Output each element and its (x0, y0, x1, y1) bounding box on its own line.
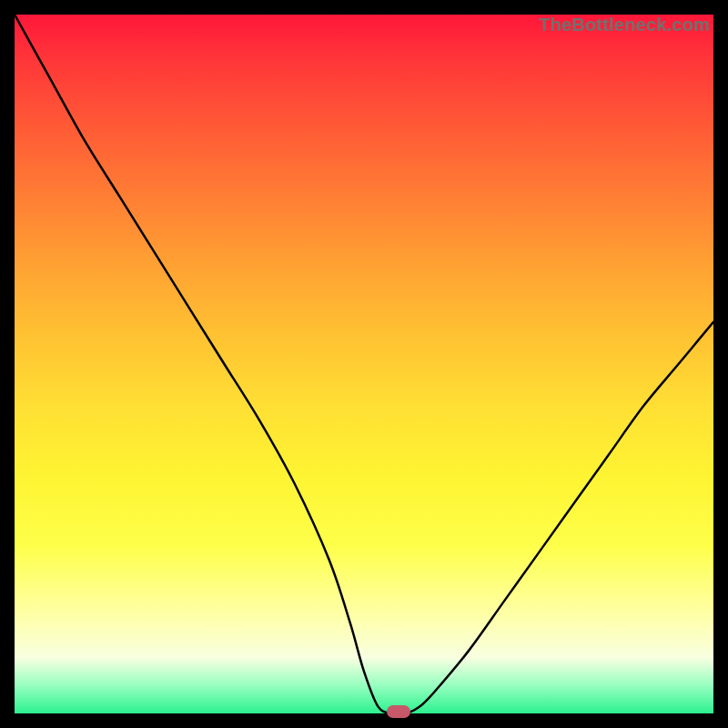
min-marker (387, 705, 410, 718)
plot-area: TheBottleneck.com (15, 15, 713, 713)
chart-container: TheBottleneck.com (0, 0, 728, 728)
watermark-text: TheBottleneck.com (539, 15, 710, 35)
bottleneck-curve (15, 15, 713, 713)
